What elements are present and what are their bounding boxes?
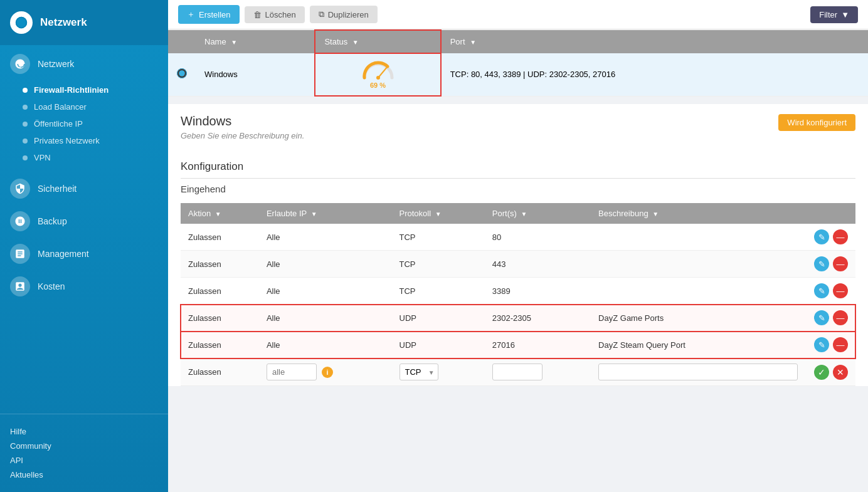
cancel-add-button[interactable]: ✕ [833, 365, 848, 380]
table-row[interactable]: Windows [168, 53, 868, 96]
add-ports-input[interactable] [492, 364, 542, 380]
rule-actions-2: ✎ — [805, 251, 855, 278]
sidebar-item-sicherheit[interactable]: Sicherheit [0, 172, 168, 205]
backup-icon [10, 211, 30, 231]
sort-ports: ▼ [521, 211, 527, 217]
sidebar-item-privatenet[interactable]: Privates Netzwerk [0, 132, 168, 149]
sidebar-subnav-netzwerk: Firewall-Richtlinien Load Balancer Öffen… [0, 80, 168, 170]
remove-button-2[interactable]: — [833, 256, 848, 271]
add-ip-input[interactable] [267, 364, 317, 380]
sidebar-label-kosten: Kosten [38, 281, 65, 291]
th-status[interactable]: Status ▼ [315, 30, 440, 53]
footer-link-hilfe[interactable]: Hilfe [10, 424, 158, 439]
configure-button[interactable]: Wird konfiguriert [778, 114, 855, 131]
rule-aktion-3: Zulassen [181, 278, 259, 305]
edit-button-4[interactable]: ✎ [814, 310, 829, 325]
rule-row-2[interactable]: Zulassen Alle TCP 443 ✎ — [181, 251, 855, 278]
detail-title: Windows [181, 114, 304, 128]
duplicate-button[interactable]: ⧉ Duplizieren [310, 6, 378, 23]
th-beschreibung[interactable]: Beschreibung ▼ [591, 203, 805, 224]
row-radio[interactable] [177, 68, 187, 78]
gauge-svg [361, 60, 396, 80]
sidebar-item-netzwerk[interactable]: Netzwerk [0, 48, 168, 80]
remove-button-4[interactable]: — [833, 310, 848, 325]
add-action-btns: ✓ ✕ [813, 365, 848, 380]
sidebar-label-sicherheit: Sicherheit [38, 184, 77, 194]
action-btns-3: ✎ — [813, 283, 848, 298]
rule-ports-1: 80 [485, 224, 591, 251]
rule-aktion-1: Zulassen [181, 224, 259, 251]
dot-firewall [23, 88, 28, 93]
sidebar-item-management[interactable]: Management [0, 238, 168, 270]
th-port[interactable]: Port ▼ [441, 30, 868, 53]
rule-proto-5: UDP [392, 332, 485, 359]
add-ip-cell: i [259, 359, 392, 386]
th-aktion[interactable]: Aktion ▼ [181, 203, 259, 224]
sidebar-item-loadbalancer[interactable]: Load Balancer [0, 98, 168, 115]
remove-button-5[interactable]: — [833, 337, 848, 352]
th-erlaubteip[interactable]: Erlaubte IP ▼ [259, 203, 392, 224]
delete-button[interactable]: 🗑 Löschen [245, 6, 305, 23]
rule-ip-3: Alle [259, 278, 392, 305]
rule-desc-1 [591, 224, 805, 251]
sidebar-item-backup[interactable]: Backup [0, 205, 168, 238]
add-desc-input[interactable] [598, 364, 798, 380]
th-select [168, 30, 196, 53]
sidebar-label-management: Management [38, 249, 89, 259]
rule-actions-3: ✎ — [805, 278, 855, 305]
edit-button-5[interactable]: ✎ [814, 337, 829, 352]
rule-row-3[interactable]: Zulassen Alle TCP 3389 ✎ — [181, 278, 855, 305]
footer-link-aktuelles[interactable]: Aktuelles [10, 468, 158, 482]
edit-button-1[interactable]: ✎ [814, 229, 829, 244]
toolbar: ＋ Erstellen 🗑 Löschen ⧉ Duplizieren Filt… [168, 0, 868, 29]
row-name-cell: Windows [196, 53, 315, 96]
firewall-table-area: Name ▼ Status ▼ Port ▼ [168, 29, 868, 97]
sort-beschreibung: ▼ [652, 211, 659, 217]
add-desc-cell [591, 359, 805, 386]
footer-link-community[interactable]: Community [10, 439, 158, 453]
config-section: Konfiguration Eingehend Aktion ▼ Erlaubt… [168, 150, 868, 386]
confirm-add-button[interactable]: ✓ [814, 365, 829, 380]
inbound-title: Eingehend [181, 184, 855, 197]
sidebar-item-vpn[interactable]: VPN [0, 149, 168, 166]
sidebar-title: Netzwerk [40, 16, 87, 29]
delete-icon: 🗑 [253, 10, 262, 19]
rule-aktion-2: Zulassen [181, 251, 259, 278]
dot-privatenet [23, 139, 28, 144]
footer-link-api[interactable]: API [10, 453, 158, 468]
sort-arrow-status: ▼ [352, 39, 359, 46]
sidebar-item-publicip[interactable]: Öffentliche IP [0, 115, 168, 132]
sidebar-logo [10, 11, 33, 34]
rule-proto-3: TCP [392, 278, 485, 305]
rule-desc-4: DayZ Game Ports [591, 305, 805, 332]
th-name[interactable]: Name ▼ [196, 30, 315, 53]
remove-button-3[interactable]: — [833, 283, 848, 298]
filter-button[interactable]: Filter ▼ [810, 6, 858, 23]
rule-row-5[interactable]: Zulassen Alle UDP 27016 DayZ Steam Query… [181, 332, 855, 359]
action-btns-2: ✎ — [813, 256, 848, 271]
sidebar-item-kosten[interactable]: Kosten [0, 270, 168, 303]
detail-description: Geben Sie eine Beschreibung ein. [181, 131, 304, 140]
add-proto-select[interactable]: TCP UDP [400, 364, 438, 380]
filter-icon: ▼ [841, 10, 849, 19]
rule-proto-4: UDP [392, 305, 485, 332]
svg-point-2 [376, 76, 380, 80]
rule-row-4[interactable]: Zulassen Alle UDP 2302-2305 DayZ Game Po… [181, 305, 855, 332]
add-aktion-label: Zulassen [188, 367, 221, 377]
remove-button-1[interactable]: — [833, 229, 848, 244]
create-button[interactable]: ＋ Erstellen [178, 5, 240, 24]
rule-aktion-4: Zulassen [181, 305, 259, 332]
edit-button-2[interactable]: ✎ [814, 256, 829, 271]
sidebar-item-firewall[interactable]: Firewall-Richtlinien [0, 81, 168, 98]
action-btns-5: ✎ — [813, 337, 848, 352]
action-btns-4: ✎ — [813, 310, 848, 325]
sort-protokoll: ▼ [435, 211, 442, 217]
rule-ports-5: 27016 [485, 332, 591, 359]
edit-button-3[interactable]: ✎ [814, 283, 829, 298]
th-protokoll[interactable]: Protokoll ▼ [392, 203, 485, 224]
info-icon: i [322, 367, 333, 378]
row-radio-cell[interactable] [168, 53, 196, 96]
th-ports[interactable]: Port(s) ▼ [485, 203, 591, 224]
rule-row-1[interactable]: Zulassen Alle TCP 80 ✎ — [181, 224, 855, 251]
dot-publicip [23, 122, 28, 127]
